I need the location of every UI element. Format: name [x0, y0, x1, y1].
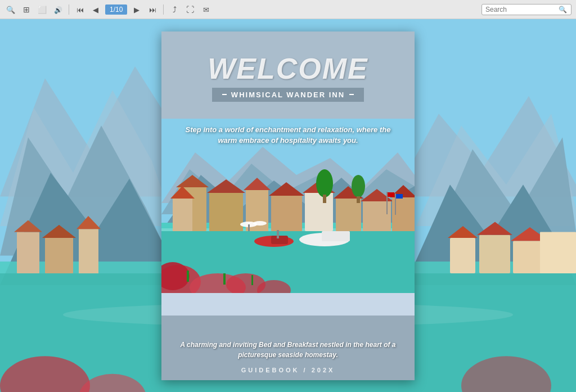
page-view-button[interactable]	[36, 3, 48, 16]
svg-point-64	[253, 221, 267, 226]
book-page: WELCOME WHIMSICAL WANDER INN	[161, 31, 415, 380]
volume-icon	[54, 5, 62, 14]
svg-rect-37	[173, 197, 192, 231]
prev-page-button[interactable]	[89, 3, 102, 16]
svg-rect-54	[323, 195, 326, 203]
svg-point-53	[316, 169, 333, 197]
footer-description: A charming and inviting Bed and Breakfas…	[161, 340, 415, 360]
svg-rect-39	[209, 192, 243, 231]
email-button[interactable]	[200, 3, 212, 16]
svg-rect-68	[396, 194, 403, 199]
share-icon	[173, 5, 177, 14]
prev-page-icon	[93, 5, 98, 14]
svg-rect-65	[386, 192, 388, 214]
search-submit-button[interactable]: 🔍	[559, 6, 567, 13]
tagline-text: Step into a world of enchantment and rel…	[178, 124, 398, 146]
page-indicator: 1/10	[105, 4, 127, 15]
grid-icon	[23, 5, 30, 14]
search-icon: 🔍	[559, 6, 567, 13]
grid-view-button[interactable]	[20, 3, 33, 16]
first-page-button[interactable]	[74, 3, 86, 16]
page-header: WELCOME WHIMSICAL WANDER INN	[161, 31, 415, 119]
tagline-overlay: Step into a world of enchantment and rel…	[161, 124, 415, 146]
svg-rect-56	[357, 196, 360, 203]
guidebook-label: GUIDEBOOK / 202X	[241, 367, 335, 373]
fullscreen-icon	[186, 5, 194, 14]
svg-rect-74	[187, 271, 189, 282]
share-button[interactable]	[168, 3, 181, 16]
separator-1	[69, 4, 69, 15]
svg-rect-66	[388, 192, 394, 197]
svg-rect-75	[223, 273, 226, 285]
svg-rect-67	[395, 193, 396, 215]
page-footer: A charming and inviting Bed and Breakfas…	[161, 316, 415, 380]
volume-button[interactable]	[52, 3, 64, 16]
page-icon	[38, 5, 47, 14]
last-page-button[interactable]	[146, 3, 159, 16]
svg-rect-76	[251, 275, 253, 285]
svg-rect-63	[248, 224, 250, 231]
toolbar: 1/10 🔍	[0, 0, 576, 19]
svg-rect-58	[271, 236, 288, 244]
content-area: WELCOME WHIMSICAL WANDER INN	[0, 19, 576, 392]
welcome-title: WELCOME	[208, 54, 368, 83]
search-input[interactable]	[485, 6, 559, 13]
email-icon	[203, 5, 209, 14]
next-page-icon	[134, 5, 140, 14]
search-box: 🔍	[482, 4, 572, 15]
inn-name-bar: WHIMSICAL WANDER INN	[212, 88, 364, 102]
svg-rect-45	[305, 192, 333, 231]
zoom-in-button[interactable]	[4, 3, 17, 16]
fullscreen-button[interactable]	[184, 3, 196, 16]
svg-rect-61	[322, 231, 350, 241]
svg-rect-59	[277, 230, 279, 238]
last-page-icon	[149, 5, 156, 14]
svg-rect-43	[271, 195, 302, 231]
separator-2	[163, 4, 164, 15]
first-page-icon	[76, 5, 84, 14]
next-page-button[interactable]	[130, 3, 143, 16]
svg-point-55	[352, 175, 365, 197]
inn-name: WHIMSICAL WANDER INN	[231, 91, 345, 99]
zoom-in-icon	[6, 5, 15, 14]
